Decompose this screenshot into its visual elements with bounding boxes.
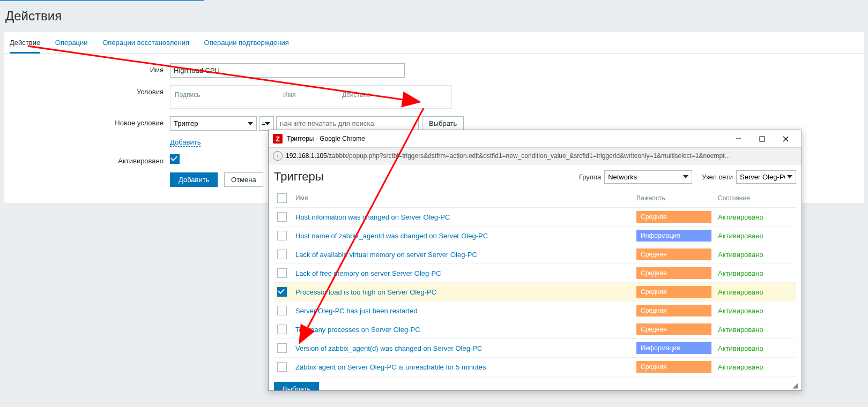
state-label: Активировано <box>718 232 763 240</box>
table-row: Zabbix agent on Server Oleg-PC is unreac… <box>274 358 796 376</box>
trigger-name-link[interactable]: Host name of zabbix_agentd was changed o… <box>295 232 488 240</box>
tab-action[interactable]: Действие <box>10 32 40 54</box>
severity-badge: Информация <box>636 230 711 242</box>
trigger-name-link[interactable]: Version of zabbix_agent(d) was changed o… <box>295 344 482 352</box>
row-checkbox[interactable] <box>277 231 287 240</box>
severity-badge: Средняя <box>636 286 711 298</box>
row-checkbox[interactable] <box>277 343 287 353</box>
url-host: 192.168.1.105 <box>286 152 327 160</box>
state-label: Активировано <box>718 363 763 371</box>
popup-heading: Триггеры <box>274 170 569 184</box>
label-enabled: Активировано <box>11 154 170 165</box>
label-conditions: Условия <box>11 85 170 96</box>
host-select[interactable]: Server Oleg-PC <box>736 170 796 184</box>
th-severity: Важность <box>633 189 715 208</box>
info-icon: i <box>273 151 283 161</box>
popup-titlebar[interactable]: Z Триггеры - Google Chrome <box>269 130 802 148</box>
table-row: Host name of zabbix_agentd was changed o… <box>274 227 796 245</box>
label-group: Группа <box>579 173 601 181</box>
table-row: Server Oleg-PC has just been restartedСр… <box>274 302 796 320</box>
label-name: Имя <box>11 63 170 74</box>
severity-badge: Средняя <box>636 211 711 223</box>
close-icon[interactable] <box>774 131 797 147</box>
enabled-checkbox[interactable] <box>170 154 180 164</box>
row-checkbox[interactable] <box>277 306 287 315</box>
select-all-checkbox[interactable] <box>277 193 287 203</box>
severity-badge: Средняя <box>636 323 711 335</box>
row-checkbox[interactable] <box>277 212 287 222</box>
state-label: Активировано <box>718 307 763 315</box>
table-row: Host information was changed on Server O… <box>274 208 796 227</box>
state-label: Активировано <box>718 344 763 352</box>
severity-badge: Средняя <box>636 248 711 260</box>
row-checkbox[interactable] <box>277 362 287 372</box>
trigger-name-link[interactable]: Host information was changed on Server O… <box>295 213 450 221</box>
condition-type-select[interactable]: Триггер <box>170 116 257 131</box>
trigger-name-link[interactable]: Too many processes on Server Oleg-PC <box>295 326 420 334</box>
triggers-table: Имя Важность Состояние Host information … <box>274 189 796 376</box>
table-row: Version of zabbix_agent(d) was changed o… <box>274 339 796 358</box>
table-row: Processor load is too high on Server Ole… <box>274 283 796 302</box>
cond-header-action: Действие <box>342 91 370 99</box>
popup-addressbar[interactable]: i 192.168.1.105 /zabbix/popup.php?srctbl… <box>269 148 802 164</box>
cond-header-name: Имя <box>283 91 342 99</box>
cancel-button[interactable]: Отмена <box>224 172 263 187</box>
row-checkbox[interactable] <box>277 325 287 334</box>
svg-rect-1 <box>760 137 765 141</box>
maximize-icon[interactable] <box>750 131 774 147</box>
group-select[interactable]: Networks <box>604 170 692 184</box>
add-condition-link[interactable]: Добавить <box>170 138 201 147</box>
zabbix-icon: Z <box>273 134 283 144</box>
table-row: Lack of free memory on server Server Ole… <box>274 264 796 283</box>
row-checkbox[interactable] <box>277 268 287 278</box>
label-newcondition: Новое условие <box>11 116 170 127</box>
table-row: Too many processes on Server Oleg-PCСред… <box>274 320 796 339</box>
condition-value-input[interactable] <box>276 116 419 131</box>
name-input[interactable] <box>170 63 405 78</box>
state-label: Активировано <box>718 269 763 277</box>
trigger-name-link[interactable]: Zabbix agent on Server Oleg-PC is unreac… <box>295 363 486 371</box>
severity-badge: Средняя <box>636 267 711 279</box>
tab-ack-ops[interactable]: Операции подтверждения <box>204 32 289 52</box>
tab-recovery-ops[interactable]: Операции восстановления <box>102 32 189 52</box>
th-name[interactable]: Имя <box>292 189 633 208</box>
trigger-name-link[interactable]: Server Oleg-PC has just been restarted <box>295 307 418 315</box>
trigger-popup-window: Z Триггеры - Google Chrome i 192.168.1.1… <box>268 130 802 391</box>
minimize-icon[interactable] <box>726 131 750 147</box>
tab-operations[interactable]: Операции <box>55 32 88 52</box>
row-checkbox[interactable] <box>277 250 287 259</box>
table-row: Lack of available virtual memory on serv… <box>274 245 796 264</box>
severity-badge: Информация <box>636 342 711 354</box>
popup-select-button[interactable]: Выбрать <box>274 382 319 390</box>
state-label: Активировано <box>718 213 763 221</box>
tabs: Действие Операции Операции восстановлени… <box>4 32 864 54</box>
cond-header-label: Подпись <box>175 91 283 99</box>
state-label: Активировано <box>718 326 763 334</box>
state-label: Активировано <box>718 251 763 259</box>
row-checkbox[interactable] <box>277 287 287 297</box>
trigger-name-link[interactable]: Processor load is too high on Server Ole… <box>295 288 436 296</box>
state-label: Активировано <box>718 288 763 296</box>
label-host: Узел сети <box>702 173 733 181</box>
th-state: Состояние <box>715 189 796 208</box>
resize-grip-icon[interactable]: ◢ <box>792 381 800 389</box>
severity-badge: Средняя <box>636 361 711 373</box>
url-path: /zabbix/popup.php?srctbl=triggers&dstfrm… <box>327 152 731 160</box>
select-trigger-button[interactable]: Выбрать <box>422 116 464 131</box>
trigger-name-link[interactable]: Lack of available virtual memory on serv… <box>295 251 477 259</box>
popup-window-title: Триггеры - Google Chrome <box>287 135 365 142</box>
page-title: Действия <box>0 1 868 32</box>
conditions-box: Подпись Имя Действие <box>170 85 452 109</box>
add-button[interactable]: Добавить <box>170 172 218 187</box>
condition-operator-select[interactable]: = <box>259 116 274 131</box>
severity-badge: Средняя <box>636 305 711 316</box>
trigger-name-link[interactable]: Lack of free memory on server Server Ole… <box>295 269 441 277</box>
